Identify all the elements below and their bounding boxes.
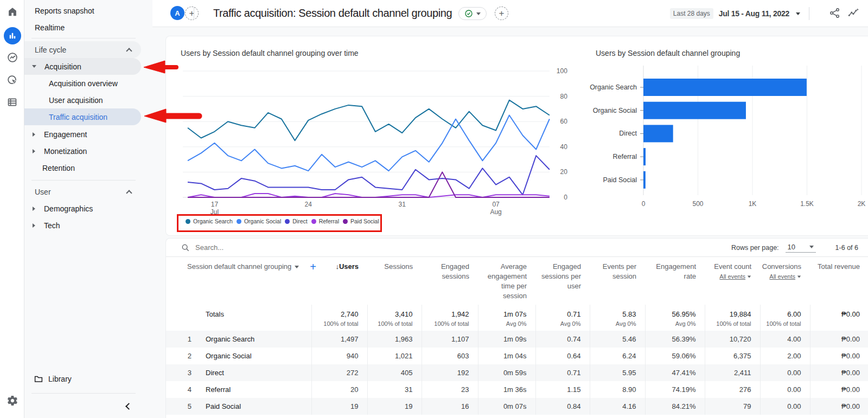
sidebar-section-life-cycle[interactable]: Life cycle [24, 41, 141, 58]
dimension-header-label: Session default channel grouping [187, 262, 291, 272]
chevron-left-icon [125, 403, 132, 410]
app-nav-rail [0, 0, 24, 418]
column-header-engaged-sessions[interactable]: Engaged sessions [422, 257, 478, 305]
column-header-avg-engagement-time[interactable]: Average engagement time per session [478, 257, 535, 305]
table-row[interactable]: 1Organic Search1,4971,9631,1071m 09s0.74… [166, 331, 868, 348]
sidebar-item-engagement[interactable]: Engagement [24, 126, 141, 143]
column-header-dimension[interactable]: Session default channel grouping + [166, 257, 311, 305]
check-circle-icon [464, 9, 473, 18]
sidebar-divider [31, 180, 136, 181]
row-number: 2 [166, 348, 196, 364]
row-cell: 0.84 [535, 398, 590, 415]
configure-nav-button[interactable] [0, 92, 24, 114]
table-row[interactable]: 3Direct2724051920m 59s0.715.9547.41%2,41… [166, 364, 868, 381]
reports-sidebar: Reports snapshot Realtime Life cycle Acq… [24, 0, 152, 418]
svg-text:1.5K: 1.5K [800, 200, 814, 208]
svg-text:Direct: Direct [619, 130, 637, 137]
svg-text:0: 0 [642, 200, 646, 208]
row-cell: 19 [311, 398, 367, 415]
collapse-chevron-icon [126, 48, 132, 54]
caret-down-icon [748, 275, 751, 278]
row-cell: 16 [422, 398, 478, 415]
table-controls: Rows per page: 10 1-6 of 6 [166, 239, 868, 257]
search-icon [181, 243, 190, 252]
sidebar-item-reports-snapshot[interactable]: Reports snapshot [24, 2, 141, 19]
sidebar-item-tech[interactable]: Tech [24, 217, 141, 234]
table-row[interactable]: 5Paid Social1919160m 07s0.844.1684.21%79… [166, 398, 868, 415]
sidebar-item-label: Monetization [44, 147, 87, 156]
svg-text:31: 31 [399, 201, 406, 208]
sidebar-item-monetization[interactable]: Monetization [24, 143, 141, 159]
table-search[interactable] [181, 243, 731, 252]
sidebar-item-label: Library [48, 375, 72, 383]
all-events-filter[interactable]: All events [769, 272, 801, 281]
sidebar-item-library[interactable]: Library [24, 370, 141, 387]
svg-text:24: 24 [305, 201, 312, 208]
table-row[interactable]: 2Organic Social9401,0216031m 04s0.646.24… [166, 348, 868, 364]
property-avatar[interactable]: A [170, 6, 184, 20]
bar-chart[interactable]: 05001K1.5K2KOrganic SearchOrganic Social… [584, 58, 868, 221]
svg-text:Paid Social: Paid Social [603, 176, 637, 184]
all-events-filter[interactable]: All events [719, 272, 751, 281]
collapsed-caret-icon [33, 207, 35, 211]
add-dimension-button[interactable]: + [310, 263, 316, 271]
row-cell: 23 [422, 381, 478, 398]
column-header-sessions[interactable]: Sessions [367, 257, 422, 305]
home-nav-button[interactable] [0, 2, 24, 24]
sidebar-item-acquisition-overview[interactable]: Acquisition overview [24, 75, 141, 92]
svg-text:80: 80 [560, 93, 568, 100]
svg-text:60: 60 [560, 118, 568, 125]
row-number: 5 [166, 398, 196, 415]
sidebar-item-user-acquisition[interactable]: User acquisition [24, 92, 141, 108]
row-cell: 20 [311, 381, 367, 398]
report-status-button[interactable] [458, 7, 487, 20]
share-report-button[interactable] [829, 7, 841, 21]
svg-text:17: 17 [211, 201, 219, 208]
row-dimension: Direct [196, 364, 311, 381]
sidebar-item-acquisition[interactable]: Acquisition [24, 58, 141, 75]
column-header-total-revenue[interactable]: Total revenue [810, 257, 868, 305]
sidebar-item-demographics[interactable]: Demographics [24, 200, 141, 217]
column-header-event-count[interactable]: Event count All events [705, 257, 760, 305]
totals-cell: 3,410100% of total [367, 305, 422, 331]
explore-nav-button[interactable] [0, 48, 24, 69]
column-header-users[interactable]: ↓Users [311, 257, 367, 305]
row-cell: 4.16 [590, 398, 645, 415]
row-cell: 0m 59s [478, 364, 535, 381]
row-cell: 56.39% [645, 331, 705, 348]
line-chart-title: Users by Session default channel groupin… [181, 49, 359, 57]
line-chart[interactable]: 02040608010017Jul243107Aug [177, 58, 584, 221]
caret-down-icon [476, 12, 481, 15]
advertising-nav-button[interactable] [0, 70, 24, 92]
folder-icon [34, 374, 43, 384]
column-header-engaged-sessions-per-user[interactable]: Engaged sessions per user [535, 257, 590, 305]
row-cell: 1m 09s [478, 331, 535, 348]
sidebar-item-realtime[interactable]: Realtime [24, 19, 141, 36]
sidebar-item-retention[interactable]: Retention [24, 159, 141, 176]
add-comparison-button[interactable]: + [185, 7, 199, 20]
sidebar-item-label: Retention [42, 164, 75, 172]
column-header-conversions[interactable]: Conversions All events [760, 257, 810, 305]
row-cell: 0.00 [760, 398, 810, 415]
sidebar-section-user[interactable]: User [24, 183, 141, 200]
column-header-events-per-session[interactable]: Events per session [590, 257, 645, 305]
rows-per-page-select[interactable]: 10 [786, 243, 816, 253]
sidebar-item-label: Engagement [44, 130, 87, 139]
date-range-picker[interactable]: Last 28 days Jul 15 - Aug 11, 2022 [670, 0, 800, 27]
sidebar-item-traffic-acquisition[interactable]: Traffic acquisition [24, 108, 141, 125]
share-icon [829, 11, 841, 21]
date-range-value: Jul 15 - Aug 11, 2022 [719, 9, 789, 18]
bar-chart-title: Users by Session default channel groupin… [596, 49, 740, 57]
search-input[interactable] [195, 243, 358, 252]
sidebar-item-label: User acquisition [49, 96, 103, 105]
row-cell: 47.41% [645, 364, 705, 381]
column-header-engagement-rate[interactable]: Engagement rate [645, 257, 705, 305]
collapse-sidebar-button[interactable] [126, 404, 131, 409]
customize-report-button[interactable]: + [495, 7, 508, 20]
reports-nav-button[interactable] [0, 25, 24, 47]
row-cell: 2.00 [760, 348, 810, 364]
row-cell: ₱0.00 [810, 364, 868, 381]
table-row[interactable]: 4Referral2031231m 36s1.158.9074.19%2760.… [166, 381, 868, 398]
admin-settings-button[interactable] [0, 391, 24, 413]
insights-button[interactable] [847, 7, 859, 21]
